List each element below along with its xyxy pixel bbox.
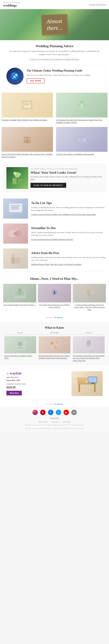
pinterest-icon[interactable]: P (40, 410, 46, 415)
tips-text-2: While a quality planning platform can co… (31, 231, 106, 237)
tips-section-3: Advice from the Pros Wedding planners sh… (0, 246, 109, 271)
wtk-columns: PLAN Factors That Impact a Wedding Vendo… (3, 332, 106, 362)
header: MARTHA STEWART weddings Crossing off che… (0, 0, 109, 9)
tips-link-1[interactable]: 5 Expert-Approved Tips for Making Your W… (31, 213, 96, 216)
save-money-image: ♪♫ (56, 127, 107, 152)
svg-point-40 (18, 289, 22, 291)
wtk-inspire-image (39, 336, 70, 353)
svg-rect-64 (88, 377, 97, 382)
svg-rect-35 (16, 258, 20, 264)
newsletter-subtitle: Is exactly what people will say when you… (31, 175, 103, 181)
svg-rect-19 (13, 178, 17, 184)
svg-rect-65 (91, 383, 94, 384)
svg-point-11 (28, 136, 31, 139)
article-item-2: 42 Stunning Altar and Aisle Decorations … (55, 91, 109, 126)
wayfair-shop-button[interactable]: Shop Now (6, 391, 22, 396)
article-link-4[interactable]: 5 Ways to Save Money on Wedding Entertai… (56, 153, 107, 156)
plan-link-3[interactable]: 3 Common Financial Mistakes Newlywed Cou… (73, 304, 106, 311)
intro-title: Wedding Planning Advice (6, 44, 103, 48)
svg-point-46 (89, 289, 95, 294)
wtk-plan-image (4, 336, 36, 353)
svg-rect-13 (26, 139, 29, 143)
svg-rect-16 (79, 136, 84, 138)
terms-link[interactable]: Terms of Use (51, 421, 59, 422)
wtk-inspire-header: INSPIRE (39, 332, 70, 335)
svg-point-53 (56, 341, 58, 344)
plan-grid: Your Ultimate Wedding Reception Checklis… (3, 284, 106, 311)
instagram-icon[interactable]: 📷 (32, 410, 38, 415)
wtk-style: STYLE Do You Want to Wear Heels on Your … (72, 332, 106, 362)
svg-rect-27 (11, 207, 19, 208)
wtk-style-link[interactable]: Do You Want to Wear Heels on Your Weddin… (73, 354, 105, 362)
hero-sign: Almost there... (41, 14, 68, 36)
article-link-1[interactable]: 8 Details to Include When Wording Your W… (2, 119, 53, 121)
wayfair-ad: ⌂ wayfair July 4th SALE Up to 60% OFF La… (3, 368, 106, 399)
divider-4 (3, 321, 106, 321)
family-image (2, 127, 53, 152)
tips-title-3: Advice from the Pros (31, 251, 106, 255)
altar-image (56, 93, 107, 118)
article-link-2[interactable]: 42 Stunning Altar and Aisle Decorations … (56, 119, 107, 124)
svg-point-6 (79, 100, 84, 104)
powered-by: Powered by liveintent (0, 315, 109, 320)
plan-section: Hmm...Next, I Need to Plan My... Your Ul… (0, 273, 109, 315)
svg-rect-12 (24, 139, 26, 143)
tips-section-2: Streamline To-Dos While a quality planni… (0, 221, 109, 246)
wtk-inspire-link[interactable]: Bright Border Blooms Inspired This Coupl… (39, 354, 70, 360)
plan-link-1[interactable]: Your Ultimate Wedding Reception Checklis… (3, 304, 36, 306)
newsletter-content: We think you'll totally love this newsle… (31, 168, 103, 188)
svg-rect-38 (15, 291, 18, 296)
streamline-image (3, 224, 28, 244)
plan-link-2[interactable]: How Much Time Should You Give Wedding Gu… (38, 304, 71, 308)
hero-image: Almost there... (0, 9, 109, 40)
svg-rect-25 (8, 212, 23, 214)
tips-title-1: To-Do List Tips (31, 201, 106, 205)
svg-rect-14 (28, 139, 31, 143)
unsubscribe-link[interactable]: Unsubscribe (3, 417, 106, 419)
tips-content-1: To-Do List Tips To help you through the … (31, 201, 106, 216)
youtube-icon[interactable]: ▶ (64, 410, 69, 415)
article-link-3[interactable]: How to Deal with a Family Member Who Cri… (2, 153, 53, 158)
tips-text-1: To help you through the process, here ar… (31, 206, 106, 212)
help-link[interactable]: Help Center (63, 421, 71, 422)
featured-content: The Ultimate Zodiac Wedding Planning Gui… (27, 69, 103, 83)
facebook-icon[interactable]: f (48, 410, 53, 415)
svg-rect-39 (21, 291, 25, 296)
footer-address: Meredith Corporation, 1716 Locust Street… (3, 424, 106, 426)
tips-link-3[interactable]: Wedding Planners Share Their Best Advice… (31, 263, 81, 266)
svg-rect-59 (78, 384, 80, 392)
newsletter-title: Whoa! Your Yard Looks Great! (31, 170, 103, 174)
rsvp-image: 👤 (38, 284, 71, 302)
article-item-4: ♪♫ 5 Ways to Save Money on Wedding Enter… (55, 126, 109, 160)
svg-rect-33 (11, 258, 15, 264)
article-grid-row2: How to Deal with a Family Member Who Cri… (0, 126, 109, 160)
tips-content-3: Advice from the Pros Wedding planners sh… (31, 251, 106, 266)
intro-text: No matter how long you've spent planning… (6, 50, 103, 56)
signup-button[interactable]: CLICK TO SIGN UP INSTANTLY (31, 183, 66, 188)
featured-article: ♐ The Ultimate Zodiac Wedding Planning G… (3, 64, 106, 88)
featured-title: The Ultimate Zodiac Wedding Planning Gui… (27, 69, 103, 72)
wayfair-sale: July 4th SALE (6, 376, 69, 379)
privacy-link[interactable]: Privacy Policy (39, 421, 48, 422)
wtk-style-image (73, 336, 105, 353)
svg-point-21 (13, 172, 17, 175)
svg-rect-28 (11, 208, 20, 209)
wtk-plan-header: PLAN (4, 332, 36, 335)
wtk-style-header: STYLE (73, 332, 105, 335)
email-icon[interactable]: ✉ (71, 410, 77, 415)
wtk-plan-link[interactable]: Factors That Impact a Wedding Vendor's Q… (4, 354, 36, 360)
wayfair-discount: Up to 60% OFF (6, 379, 69, 382)
svg-rect-60 (94, 384, 96, 392)
article-grid-row1: 8 Details to Include When Wording Your W… (0, 91, 109, 126)
wayfair-product-image (71, 371, 103, 396)
twitter-icon[interactable]: t (56, 410, 61, 415)
bottom-powered-text: Powered by (46, 403, 54, 405)
see-more-button[interactable]: SEE MORE (27, 78, 45, 83)
tips-text-3: Wedding planners share their best advice… (31, 256, 106, 262)
svg-point-52 (51, 342, 54, 345)
tips-link-2[interactable]: Do You Need Professional Wedding Plannin… (31, 238, 73, 240)
intro-link[interactable]: 6 Ways to Get Through the Last Month of … (30, 58, 79, 60)
nav-link[interactable]: Crossing off checklists (89, 4, 106, 6)
svg-point-32 (11, 254, 15, 257)
tips-section-1: To-Do List Tips To help you through the … (0, 196, 109, 221)
